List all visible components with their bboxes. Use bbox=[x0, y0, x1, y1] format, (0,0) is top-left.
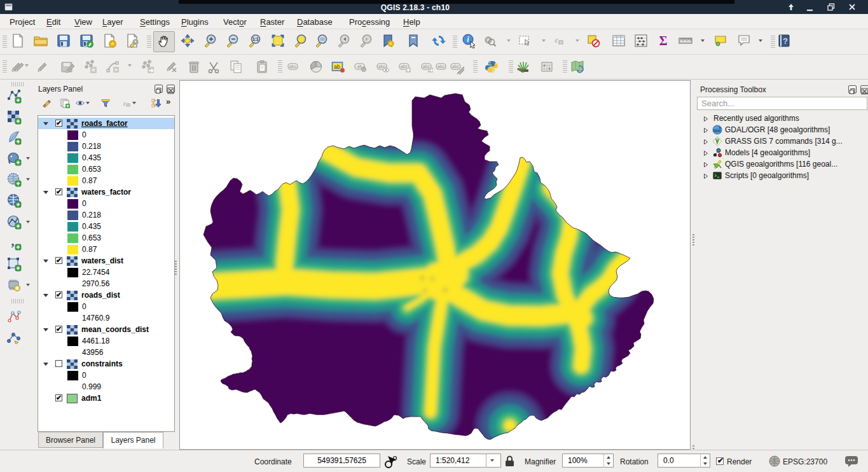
svg-text:Σ: Σ bbox=[659, 34, 667, 48]
svg-text:GDAL: GDAL bbox=[713, 130, 722, 133]
svg-text:ε: ε bbox=[555, 35, 558, 45]
svg-text:1:1: 1:1 bbox=[252, 37, 259, 41]
svg-text:abc: abc bbox=[452, 64, 460, 69]
svg-text:ab: ab bbox=[357, 64, 362, 69]
svg-text:abc: abc bbox=[437, 64, 445, 69]
svg-text:,: , bbox=[11, 235, 15, 248]
svg-text:ab: ab bbox=[334, 64, 340, 70]
svg-text:?: ? bbox=[783, 36, 788, 46]
svg-text:ε: ε bbox=[123, 99, 127, 107]
svg-text:abc: abc bbox=[289, 64, 297, 69]
